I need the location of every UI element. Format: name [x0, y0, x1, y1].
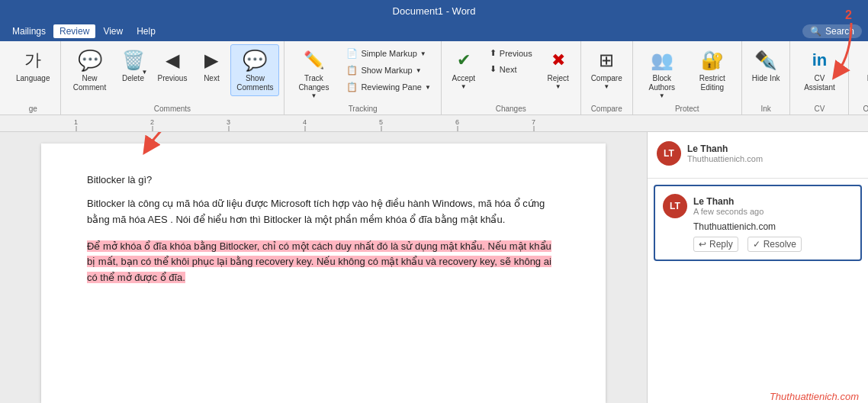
- ruler-content: 1 2 3 4 5 6 7: [0, 115, 868, 132]
- comment-spacer: [648, 267, 868, 385]
- cv-assistant-button[interactable]: in CV Assistant: [795, 44, 844, 96]
- svg-text:2: 2: [150, 118, 154, 126]
- restrict-editing-button[interactable]: 🔐 Restrict Editing: [688, 44, 737, 96]
- ribbon-group-ink: ✒️ Hide Ink Ink: [742, 41, 791, 114]
- resolve-button[interactable]: ✓ Resolve: [747, 237, 802, 252]
- ribbon-group-changes: ✔ Accept ▼ ⬆ Previous ⬇ Next ✖ Reject ▼: [442, 41, 581, 114]
- accept-dropdown: ▼: [461, 83, 467, 90]
- avatar-2: LT: [663, 194, 687, 218]
- reply-label: Reply: [709, 239, 733, 250]
- menu-view[interactable]: View: [97, 24, 129, 38]
- block-authors-button[interactable]: 👥 Block Authors ▼: [638, 44, 686, 103]
- hide-ink-button[interactable]: ✒️ Hide Ink: [747, 44, 786, 87]
- new-comment-icon: 💬: [78, 48, 102, 73]
- comment-header-1: LT Le Thanh Thuthuattienich.com: [657, 141, 859, 166]
- next-change-label: Next: [500, 65, 517, 74]
- ruler: 1 2 3 4 5 6 7: [0, 115, 868, 132]
- document-paragraph-2: Để mở khóa ổ đĩa khóa bằng Bitlocker, ch…: [87, 239, 560, 286]
- comment-author-2: Le Thanh: [693, 196, 764, 207]
- search-label: Search: [825, 26, 854, 37]
- language-buttons: 가 Language: [11, 44, 56, 103]
- show-markup-label: Show Markup: [361, 66, 412, 75]
- ribbon-group-compare: ⊞ Compare ▼ Compare: [581, 41, 633, 114]
- tracking-group-label: Tracking: [349, 103, 378, 113]
- accept-button[interactable]: ✔ Accept ▼: [446, 44, 481, 94]
- language-group-label: ge: [29, 103, 37, 113]
- compare-icon: ⊞: [594, 48, 619, 73]
- comment-company-1: Thuthuattienich.com: [687, 154, 763, 163]
- watermark-text: Thuthuattienich.com: [770, 391, 859, 402]
- reject-button[interactable]: ✖ Reject ▼: [541, 44, 576, 94]
- show-comments-button[interactable]: 💬 Show Comments: [230, 44, 279, 96]
- delete-button[interactable]: 🗑️ Delete ▼: [116, 44, 151, 87]
- next-comment-button[interactable]: ▶ Next: [194, 44, 229, 87]
- track-changes-button[interactable]: ✏️ Track Changes ▼: [289, 44, 338, 103]
- highlighted-text: Để mở khóa ổ đĩa khóa bằng Bitlocker, ch…: [87, 240, 551, 284]
- ink-buttons: ✒️ Hide Ink: [747, 44, 786, 103]
- changes-group-label: Changes: [496, 103, 526, 113]
- reply-button[interactable]: ↩ Reply: [693, 237, 738, 252]
- linked-notes-label: Linked Notes: [859, 74, 868, 92]
- show-markup-button[interactable]: 📋 Show Markup ▼: [341, 63, 436, 78]
- ribbon-group-language: 가 Language ge: [6, 41, 61, 114]
- onenote-buttons: N Linked Notes: [854, 44, 868, 103]
- next-change-icon: ⬇: [490, 64, 497, 74]
- track-changes-label: Track Changes: [294, 74, 333, 92]
- comment-author-info-2: Le Thanh A few seconds ago: [693, 196, 764, 216]
- changes-nav: ⬆ Previous ⬇ Next: [484, 44, 538, 76]
- reject-label: Reject: [547, 74, 568, 83]
- ribbon: 가 Language ge 💬 New Comment 🗑️ Delete ▼ …: [0, 41, 868, 115]
- simple-markup-button[interactable]: 📄 Simple Markup ▼: [341, 46, 436, 61]
- comments-group-label: Comments: [154, 103, 191, 113]
- next-comment-label: Next: [204, 74, 220, 83]
- resolve-icon: ✓: [753, 239, 760, 250]
- cv-group-label: CV: [815, 103, 825, 113]
- reject-dropdown: ▼: [555, 83, 561, 90]
- hide-ink-label: Hide Ink: [752, 74, 780, 83]
- previous-comment-button[interactable]: ◀ Previous: [153, 44, 193, 87]
- simple-markup-dropdown: ▼: [420, 50, 426, 57]
- next-comment-icon: ▶: [199, 48, 223, 73]
- comment-card-1: LT Le Thanh Thuthuattienich.com 2: [648, 132, 868, 179]
- comment-date-2: A few seconds ago: [693, 207, 764, 216]
- restrict-editing-label: Restrict Editing: [693, 74, 731, 92]
- compare-group-label: Compare: [591, 103, 622, 113]
- previous-change-button[interactable]: ⬆ Previous: [484, 46, 538, 60]
- comment-card-2-active[interactable]: LT Le Thanh A few seconds ago Thuthuatti…: [654, 185, 862, 261]
- ribbon-group-cv: in CV Assistant CV: [790, 41, 849, 114]
- comment-author-1: Le Thanh: [687, 143, 763, 154]
- menu-mailings[interactable]: Mailings: [6, 24, 52, 38]
- search-icon: 🔍: [810, 26, 821, 37]
- previous-comment-icon: ◀: [160, 48, 185, 73]
- previous-change-label: Previous: [500, 49, 532, 58]
- reviewing-pane-icon: 📋: [346, 82, 358, 92]
- document: 1 Bitlocker là gì? Bitlocker là công cụ …: [41, 143, 606, 403]
- accept-label: Accept: [452, 74, 476, 83]
- ribbon-group-tracking: ✏️ Track Changes ▼ 📄 Simple Markup ▼ 📋 S…: [285, 41, 441, 114]
- protect-group-label: Protect: [675, 103, 699, 113]
- next-change-button[interactable]: ⬇ Next: [484, 62, 538, 76]
- document-area: 1 Bitlocker là gì? Bitlocker là công cụ …: [0, 132, 647, 403]
- linked-notes-button[interactable]: N Linked Notes: [854, 44, 868, 96]
- avatar-1: LT: [657, 141, 681, 166]
- document-paragraph-1: Bitlocker là công cụ mã hóa dữ liệu được…: [87, 196, 560, 228]
- new-comment-button[interactable]: 💬 New Comment: [66, 44, 114, 96]
- cv-assistant-label: CV Assistant: [800, 74, 838, 92]
- accept-icon: ✔: [452, 48, 476, 73]
- title-bar: Document1 - Word: [0, 0, 868, 21]
- restrict-editing-icon: 🔐: [700, 48, 725, 73]
- block-authors-label: Block Authors: [643, 74, 681, 92]
- search-box[interactable]: 🔍 Search: [802, 24, 862, 38]
- language-icon: 가: [21, 48, 45, 73]
- comments-buttons: 💬 New Comment 🗑️ Delete ▼ ◀ Previous ▶ N…: [66, 44, 280, 103]
- menu-review[interactable]: Review: [53, 24, 95, 38]
- ruler-svg: 1 2 3 4 5 6 7: [0, 115, 868, 132]
- menu-help[interactable]: Help: [130, 24, 162, 38]
- compare-button[interactable]: ⊞ Compare ▼: [586, 44, 628, 94]
- language-button[interactable]: 가 Language: [11, 44, 56, 87]
- previous-comment-label: Previous: [158, 74, 188, 83]
- reject-icon: ✖: [546, 48, 571, 73]
- reviewing-pane-button[interactable]: 📋 Reviewing Pane ▼: [341, 79, 436, 95]
- reviewing-pane-dropdown: ▼: [425, 84, 431, 91]
- resolve-label: Resolve: [764, 239, 796, 250]
